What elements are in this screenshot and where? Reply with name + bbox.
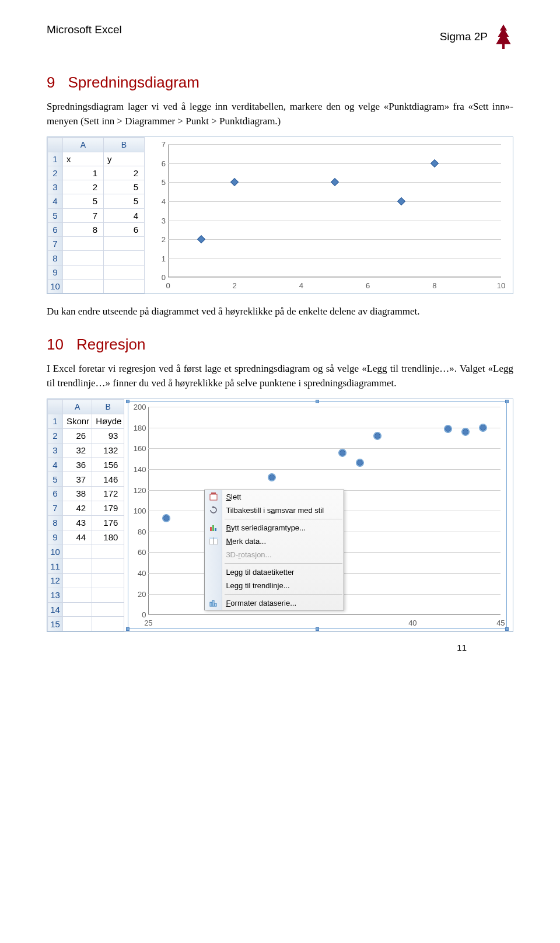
row-9[interactable]: 9 [48,265,63,279]
row2-9[interactable]: 9 [48,530,63,544]
cell-B7[interactable] [104,237,145,251]
cell-A3[interactable]: 2 [63,180,104,194]
cell-A5[interactable]: 7 [63,208,104,222]
cell2-B14[interactable] [92,602,124,617]
row2-4[interactable]: 4 [48,457,63,472]
cell2-B9[interactable]: 180 [92,530,124,544]
row2-12[interactable]: 12 [48,573,63,588]
cell2-B7[interactable]: 179 [92,501,124,515]
menu-item-reset[interactable]: Tilbakestill i samsvar med stil [205,504,344,517]
row2-14[interactable]: 14 [48,602,63,617]
row2-2[interactable]: 2 [48,428,63,443]
scatter-chart-1[interactable]: 012345670246810 [148,139,507,291]
cell2-B11[interactable] [92,559,124,574]
select-all-corner-2[interactable] [48,400,63,414]
row2-7[interactable]: 7 [48,501,63,515]
row2-13[interactable]: 13 [48,588,63,602]
menu-item-format-series[interactable]: Formater dataserie... [205,596,344,610]
data-point[interactable] [373,432,382,440]
cell-B10[interactable] [104,279,145,293]
row-4[interactable]: 4 [48,194,63,208]
row2-3[interactable]: 3 [48,443,63,457]
cell2-B13[interactable] [92,588,124,602]
resize-handle-n[interactable] [316,400,319,403]
cell2-A10[interactable] [63,544,92,559]
menu-item-add-trendline[interactable]: Legg til trendlinje... [205,579,344,592]
row2-1[interactable]: 1 [48,414,63,429]
row-10[interactable]: 10 [48,279,63,293]
cell2-B12[interactable] [92,573,124,588]
menu-item-change-chart-type[interactable]: Bytt seriediagramtype... [205,521,344,535]
cell-A10[interactable] [63,279,104,293]
cell2-A11[interactable] [63,559,92,574]
row-2[interactable]: 2 [48,166,63,180]
cell2-A14[interactable] [63,602,92,617]
data-point[interactable] [197,235,205,243]
cell-B9[interactable] [104,265,145,279]
cell-B2[interactable]: 2 [104,166,145,180]
data-point[interactable] [479,424,487,432]
data-point[interactable] [330,178,338,186]
cell2-B8[interactable]: 176 [92,515,124,530]
cell-A9[interactable] [63,265,104,279]
row-3[interactable]: 3 [48,180,63,194]
cell2-A1[interactable]: Skonr [63,414,92,429]
row2-15[interactable]: 15 [48,617,63,631]
data-point[interactable] [461,428,470,436]
cell-A2[interactable]: 1 [63,166,104,180]
cell2-A5[interactable]: 37 [63,472,92,487]
row-5[interactable]: 5 [48,208,63,222]
cell-A8[interactable] [63,251,104,265]
cell2-A15[interactable] [63,617,92,631]
resize-handle-s[interactable] [316,627,319,631]
row2-6[interactable]: 6 [48,487,63,501]
row2-11[interactable]: 11 [48,559,63,574]
data-point[interactable] [444,425,452,433]
cell-A1[interactable]: x [63,152,104,166]
data-point[interactable] [162,514,170,522]
data-point[interactable] [397,197,405,205]
cell2-B4[interactable]: 156 [92,457,124,472]
cell2-B3[interactable]: 132 [92,443,124,457]
cell2-A4[interactable]: 36 [63,457,92,472]
row-6[interactable]: 6 [48,222,63,236]
cell2-B15[interactable] [92,617,124,631]
resize-handle-ne[interactable] [505,400,509,403]
cell-A6[interactable]: 8 [63,222,104,236]
cell-B8[interactable] [104,251,145,265]
col2-B[interactable]: B [92,400,124,414]
cell-A4[interactable]: 5 [63,194,104,208]
data-point[interactable] [230,178,239,186]
cell2-B10[interactable] [92,544,124,559]
cell2-B5[interactable]: 146 [92,472,124,487]
menu-item-add-data-labels[interactable]: Legg til dataetiketter [205,565,344,579]
menu-item-select-data[interactable]: Merk data... [205,535,344,548]
menu-item-delete[interactable]: Slett [205,490,344,504]
cell2-B1[interactable]: Høyde [92,414,124,429]
col-A[interactable]: A [63,138,104,152]
cell-B5[interactable]: 4 [104,208,145,222]
cell2-A9[interactable]: 44 [63,530,92,544]
cell2-B6[interactable]: 172 [92,487,124,501]
cell-A7[interactable] [63,237,104,251]
row-7[interactable]: 7 [48,237,63,251]
cell2-A6[interactable]: 38 [63,487,92,501]
data-point[interactable] [338,448,346,456]
resize-handle-sw[interactable] [126,627,130,631]
cell2-B2[interactable]: 93 [92,428,124,443]
data-point[interactable] [356,459,364,467]
cell-B1[interactable]: y [104,152,145,166]
row-1[interactable]: 1 [48,152,63,166]
scatter-chart-2[interactable]: Slett Tilbakestill i samsvar med stil By… [128,401,507,629]
cell-B6[interactable]: 6 [104,222,145,236]
cell2-A13[interactable] [63,588,92,602]
cell2-A12[interactable] [63,573,92,588]
row2-5[interactable]: 5 [48,472,63,487]
cell-B3[interactable]: 5 [104,180,145,194]
data-point[interactable] [430,159,439,167]
col2-A[interactable]: A [63,400,92,414]
resize-handle-se[interactable] [505,627,509,631]
cell2-A2[interactable]: 26 [63,428,92,443]
cell2-A7[interactable]: 42 [63,501,92,515]
cell2-A3[interactable]: 32 [63,443,92,457]
